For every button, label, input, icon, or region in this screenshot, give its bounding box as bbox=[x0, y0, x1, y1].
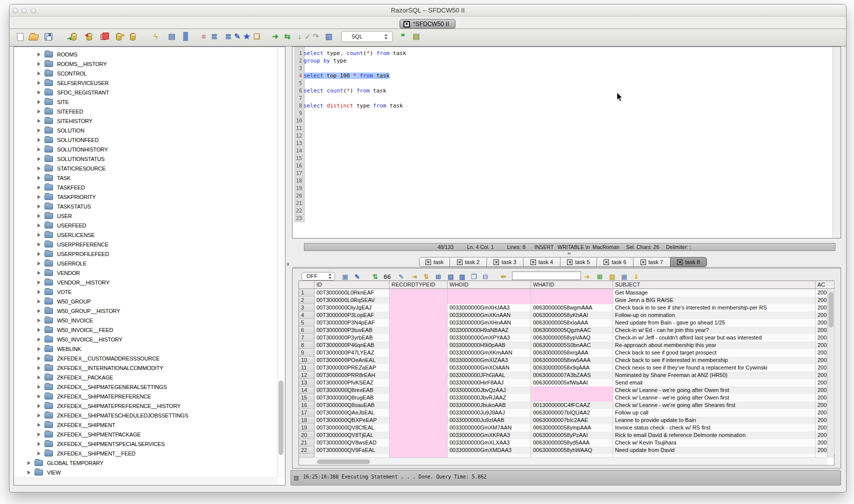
cell-whoid[interactable]: 0033000000H9i0pAAB bbox=[448, 342, 531, 349]
tree-item-w50_invoice__history[interactable]: W50_INVOICE__HISTORY bbox=[14, 334, 277, 344]
expand-arrow-icon[interactable] bbox=[28, 461, 30, 465]
cell-subject[interactable]: Need update from Bain - gave go ahead 1/… bbox=[613, 319, 816, 326]
cell-id[interactable]: 00T3000000L0RqSEAV bbox=[314, 296, 390, 304]
cell-whoid[interactable]: 0033000000GmXHnAAN bbox=[448, 319, 531, 326]
close-tab-icon[interactable]: ✕ bbox=[567, 260, 572, 265]
cell-recordtypeid[interactable] bbox=[390, 304, 448, 312]
go-arrow-icon[interactable]: ➜ bbox=[583, 272, 592, 281]
cell-whatid[interactable]: 006300000058ypVAAQ bbox=[531, 334, 613, 342]
cell-whoid[interactable] bbox=[448, 289, 531, 296]
tree-vertical-scrollbar[interactable] bbox=[277, 48, 284, 478]
expand-arrow-icon[interactable] bbox=[38, 90, 40, 94]
grid-hscrollbar-thumb[interactable] bbox=[317, 460, 370, 464]
expand-arrow-icon[interactable] bbox=[38, 214, 40, 218]
tree-item-zkfedex__internationalcommodity[interactable]: ZKFEDEX__INTERNATIONALCOMMODITY bbox=[14, 363, 277, 372]
cell-id[interactable]: 00T3000000Q8rexEAB bbox=[314, 386, 390, 394]
cell-id[interactable]: 00T3000000P47LYEAZ bbox=[314, 349, 390, 356]
form-check-icon[interactable]: ▤ bbox=[167, 32, 176, 41]
cell-id[interactable]: 00T3000000P3yrbEAB bbox=[314, 334, 390, 342]
expand-arrow-icon[interactable] bbox=[38, 300, 40, 304]
cell-recordtypeid[interactable] bbox=[390, 386, 448, 394]
insert-row-icon[interactable]: ⇥ bbox=[410, 272, 418, 281]
cell-whoid[interactable]: 0033000000JbvRJAAZ bbox=[448, 394, 531, 402]
tree-item-staticresource[interactable]: STATICRESOURCE bbox=[14, 164, 277, 173]
tree-item-zkfedex__customaddresssource[interactable]: ZKFEDEX__CUSTOMADDRESSSOURCE bbox=[14, 354, 277, 363]
tree-item-zkfedex__shipmatepreference__history[interactable]: ZKFEDEX__SHIPMATEPREFERENCE__HISTORY bbox=[14, 401, 277, 410]
expand-arrow-icon[interactable] bbox=[38, 110, 40, 114]
cell-recordtypeid[interactable] bbox=[390, 319, 448, 326]
book-blue-icon[interactable]: ▊ bbox=[182, 32, 191, 41]
expand-arrow-icon[interactable] bbox=[28, 470, 30, 474]
cell-whatid[interactable] bbox=[531, 289, 613, 296]
cell-whatid[interactable]: 00630000007bIQUAA2 bbox=[531, 409, 613, 416]
cell-whoid[interactable]: 0033000000GmXKmAAN bbox=[448, 349, 531, 356]
grid-row-2[interactable]: 200T3000000L0RqSEAVGive Jenn a BIG RAISE… bbox=[299, 296, 834, 304]
tree-item-userfeed[interactable]: USERFEED bbox=[14, 220, 277, 230]
cell-subject[interactable]: Check-in w/ Jeff - couldn't afford last … bbox=[613, 334, 816, 342]
tree-item-zkfedex__shipmategeneralsettings[interactable]: ZKFEDEX__SHIPMATEGENERALSETTINGS bbox=[14, 382, 277, 392]
new-file-icon[interactable] bbox=[17, 33, 24, 41]
cell-recordtypeid[interactable] bbox=[390, 409, 448, 416]
expand-arrow-icon[interactable] bbox=[38, 176, 40, 180]
cell-whatid[interactable]: 00630000005xfWaAAI bbox=[531, 379, 613, 386]
star-icon[interactable]: ★ bbox=[242, 32, 252, 41]
tree-item-sfdc_registrant[interactable]: SFDC_REGISTRANT bbox=[14, 88, 277, 97]
document-tab[interactable]: ✕ *SFDCW50 II bbox=[400, 19, 456, 29]
result-tab-task[interactable]: ✕task bbox=[419, 257, 450, 267]
column-header-recordtypeid[interactable]: RECORDTYPEID bbox=[390, 281, 448, 288]
expand-arrow-icon[interactable] bbox=[38, 148, 40, 152]
expand-arrow-icon[interactable] bbox=[38, 72, 40, 76]
tree-item-zkfedex__shipmatescheduledjobssettings[interactable]: ZKFEDEX__SHIPMATESCHEDULEDJOBSSETTINGS bbox=[14, 410, 277, 420]
grid-horizontal-scrollbar[interactable] bbox=[299, 458, 827, 465]
quotes-icon[interactable]: ❝ bbox=[398, 32, 408, 41]
cell-whoid[interactable]: 0033000000GmXMDAA3 bbox=[448, 446, 531, 454]
tree-item-userrole[interactable]: USERROLE bbox=[14, 258, 277, 268]
cell-subject[interactable]: Check w/ Leanne - we're going after Owen… bbox=[613, 386, 816, 394]
grid-row-15[interactable]: 1500T3000000Q8rugEAB0033000000JbvRJAAZCh… bbox=[299, 394, 834, 402]
close-tab-icon[interactable]: ✕ bbox=[530, 260, 536, 265]
cell-whoid[interactable]: 0033000000GmXOiAAN bbox=[448, 364, 531, 372]
tree-item-selfserviceuser[interactable]: SELFSERVICEUSER bbox=[14, 78, 277, 88]
cell-id[interactable]: 00T3000000PREZaEAP bbox=[314, 364, 390, 372]
cell-subject[interactable]: Re-approach about membership this year bbox=[613, 342, 816, 349]
result-tab-task-4[interactable]: ✕task 4 bbox=[523, 257, 560, 267]
statement-type-select[interactable]: SQL bbox=[341, 31, 393, 42]
cell-subject[interactable]: Check back in to see if she's interested… bbox=[613, 304, 816, 312]
cell-whoid[interactable]: 0033000000GmXHJAA3 bbox=[448, 304, 531, 312]
cell-whatid[interactable]: 006300000058xw5AAA bbox=[531, 356, 613, 364]
expand-arrow-icon[interactable] bbox=[38, 442, 40, 446]
splitter-handle[interactable] bbox=[568, 252, 571, 254]
cell-whoid[interactable]: 0033000000GmXM7AAN bbox=[448, 424, 531, 432]
expand-arrow-icon[interactable] bbox=[38, 347, 40, 351]
cell-whoid[interactable]: 0033000000GmXKnAAN bbox=[448, 312, 531, 319]
expand-arrow-icon[interactable] bbox=[38, 242, 40, 246]
tree-item-taskfeed[interactable]: TASKFEED bbox=[14, 182, 277, 192]
column-header-whoid[interactable]: WHOID bbox=[448, 281, 531, 288]
expand-arrow-icon[interactable] bbox=[38, 328, 40, 332]
list-items-icon[interactable]: ≡ bbox=[199, 32, 208, 41]
cell-recordtypeid[interactable] bbox=[390, 342, 448, 349]
cell-subject[interactable]: Check w/ Kevin Tsujihara bbox=[613, 439, 816, 446]
db-icon[interactable] bbox=[130, 33, 136, 40]
grid-row-16[interactable]: 1600T3000000Q8sauEAB0033000000JbukoAAB00… bbox=[299, 402, 834, 409]
cell-recordtypeid[interactable] bbox=[390, 326, 448, 334]
cell-subject[interactable]: Give Jenn a BIG RAISE bbox=[613, 296, 816, 304]
cell-whatid[interactable]: 00630000005QgzhAAC bbox=[531, 326, 613, 334]
cell-recordtypeid[interactable] bbox=[390, 312, 448, 319]
cell-subject[interactable]: Follow up call bbox=[613, 409, 816, 416]
close-tab-icon[interactable]: ✕ bbox=[426, 260, 431, 265]
cell-whatid[interactable]: 00630000005S0bnAAC bbox=[531, 342, 613, 349]
grid-row-21[interactable]: 2100T3000000QV8wsEAD0033000000GmXLXAA300… bbox=[299, 439, 834, 446]
cell-whoid[interactable]: 0033000000Ju9J9AAJ bbox=[448, 409, 531, 416]
tree-item-sitefeed[interactable]: SITEFEED bbox=[14, 106, 277, 116]
cell-id[interactable]: 00T3000000QV8CfEAL bbox=[314, 424, 390, 432]
close-tab-icon[interactable]: ✕ bbox=[640, 260, 646, 265]
tree-item-zkfedex__shipmentpackage[interactable]: ZKFEDEX__SHIPMENTPACKAGE bbox=[14, 430, 277, 439]
expand-arrow-icon[interactable] bbox=[38, 290, 40, 294]
cell-whoid[interactable]: 0033000000JFhGlAAL bbox=[448, 372, 531, 379]
note-add-icon[interactable]: ▤ bbox=[608, 272, 616, 281]
expand-arrow-icon[interactable] bbox=[38, 404, 40, 408]
cell-recordtypeid[interactable] bbox=[390, 394, 448, 402]
tree-item-rooms__history[interactable]: ROOMS__HISTORY bbox=[14, 59, 277, 68]
cell-whatid[interactable]: 006300000058xIaAAA bbox=[531, 319, 613, 326]
